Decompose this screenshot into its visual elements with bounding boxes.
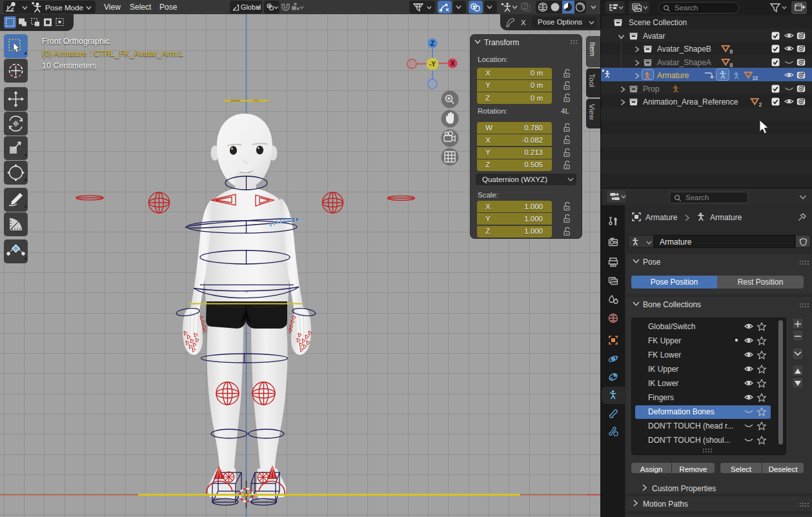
svg-text:Global: Global xyxy=(241,3,261,11)
svg-text:2: 2 xyxy=(759,101,762,108)
svg-text:8: 8 xyxy=(730,48,733,55)
svg-text:16: 16 xyxy=(753,75,758,81)
svg-text:8: 8 xyxy=(730,61,733,68)
svg-text:X: X xyxy=(451,60,455,67)
svg-text:-Y: -Y xyxy=(429,61,436,68)
svg-text:Custom Properties: Custom Properties xyxy=(652,484,716,493)
svg-text:Pose Mode: Pose Mode xyxy=(45,3,83,12)
svg-text:Motion Paths: Motion Paths xyxy=(643,500,688,509)
svg-text:X: X xyxy=(521,19,526,26)
svg-text:Transform: Transform xyxy=(484,38,519,47)
svg-text:Bone Collections: Bone Collections xyxy=(643,300,701,309)
svg-text:Z: Z xyxy=(431,40,434,47)
svg-text:Pose: Pose xyxy=(643,258,661,267)
